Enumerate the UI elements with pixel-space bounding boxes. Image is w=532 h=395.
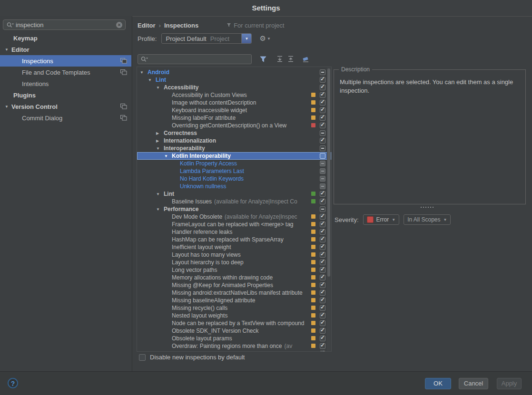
inspection-row-keyboard-inaccessible-widget[interactable]: Keyboard inaccessible widget	[137, 106, 331, 114]
disable-new-inspections-option[interactable]: Disable new inspections by default	[139, 354, 245, 361]
inspection-row-overdraw-painting-regions-more-than-once[interactable]: Overdraw: Painting regions more than onc…	[137, 342, 331, 350]
inspection-row-lambda-parameters-last[interactable]: Lambda Parameters Last	[137, 167, 331, 175]
inspection-checkbox-checked[interactable]	[320, 138, 325, 144]
inspection-row-long-vector-paths[interactable]: Long vector paths	[137, 266, 331, 274]
sidebar-item-keymap[interactable]: Keymap	[0, 32, 131, 44]
tree-toggle-icon[interactable]: ▼	[156, 86, 164, 90]
inspection-row-baseline-issues[interactable]: Baseline Issues(available for Analyze|In…	[137, 198, 331, 205]
sidebar-item-version-control[interactable]: ▼Version Control	[0, 101, 131, 112]
inspection-checkbox-partial[interactable]	[320, 69, 325, 75]
inspection-checkbox-checked[interactable]	[320, 275, 325, 280]
scope-combobox[interactable]: In All Scopes ▼	[404, 214, 451, 225]
cancel-button[interactable]: Cancel	[459, 378, 488, 389]
profile-actions[interactable]: ⚙ ▼	[259, 34, 270, 43]
expand-arrow-icon[interactable]: ▼	[5, 105, 11, 109]
inspection-row-layout-has-too-many-views[interactable]: Layout has too many views	[137, 251, 331, 259]
inspection-row-missing-recycle-calls[interactable]: Missing recycle() calls	[137, 304, 331, 312]
tree-toggle-icon[interactable]: ▼	[156, 192, 164, 196]
splitter-handle[interactable]	[421, 207, 435, 208]
profile-combobox[interactable]: Project Default Project ▼	[161, 33, 252, 44]
inspection-checkbox-checked[interactable]	[320, 320, 325, 326]
inspection-checkbox-checked[interactable]	[320, 77, 325, 83]
inspection-checkbox-filled[interactable]	[320, 161, 325, 166]
inspection-row-kotlin-interoperability[interactable]: ▼Kotlin Interoperability	[137, 152, 331, 160]
inspection-checkbox-checked[interactable]	[320, 92, 325, 98]
tree-toggle-icon[interactable]: ▼	[164, 154, 172, 158]
sidebar-item-editor[interactable]: ▼Editor	[0, 44, 131, 55]
tree-toggle-icon[interactable]: ▼	[156, 146, 164, 151]
inspection-checkbox-checked[interactable]	[320, 85, 325, 90]
inspection-checkbox-checked[interactable]	[320, 343, 325, 349]
sidebar-item-plugins[interactable]: Plugins	[0, 89, 131, 101]
inspection-checkbox-checked[interactable]	[320, 328, 325, 334]
inspection-row-obsolete-sdk-int-version-check[interactable]: Obsolete SDK_INT Version Check	[137, 327, 331, 335]
inspection-checkbox-checked[interactable]	[320, 282, 325, 288]
breadcrumb-editor[interactable]: Editor	[138, 22, 156, 29]
tree-toggle-icon[interactable]: ▼	[140, 70, 148, 75]
severity-combobox[interactable]: Error ▼	[363, 214, 400, 225]
inspection-checkbox-checked[interactable]	[320, 229, 325, 235]
inspection-checkbox-checked[interactable]	[320, 123, 325, 128]
inspection-checkbox-checked[interactable]	[320, 107, 325, 113]
inspection-checkbox-checked[interactable]	[320, 351, 325, 352]
inspection-checkbox-partial[interactable]	[320, 130, 325, 136]
inspection-checkbox-checked[interactable]	[320, 267, 325, 273]
inspection-row-nested-layout-weights[interactable]: Nested layout weights	[137, 312, 331, 319]
inspection-checkbox-checked[interactable]	[320, 298, 325, 303]
inspection-checkbox-checked[interactable]	[320, 237, 325, 242]
inspection-row-lint[interactable]: ▼Lint	[137, 190, 331, 198]
inspection-checkbox-checked[interactable]	[320, 313, 325, 318]
inspection-row-performance[interactable]: ▼Performance	[137, 205, 331, 213]
tree-toggle-icon[interactable]: ▼	[156, 207, 164, 212]
inspection-row-missing-labelfor-attribute[interactable]: Missing labelFor attribute	[137, 114, 331, 122]
gear-icon[interactable]: ⚙	[259, 34, 266, 43]
inspection-checkbox-checked[interactable]	[320, 199, 325, 204]
reset-filter-icon[interactable]	[302, 56, 310, 63]
inspection-checkbox-partial[interactable]	[320, 206, 325, 212]
ok-button[interactable]: OK	[425, 378, 451, 389]
tree-toggle-icon[interactable]: ▼	[148, 78, 156, 82]
inspection-row-handler-reference-leaks[interactable]: Handler reference leaks	[137, 228, 331, 236]
inspection-checkbox-checked[interactable]	[320, 290, 325, 296]
inspection-row-no-hard-kotlin-keywords[interactable]: No Hard Kotlin Keywords	[137, 175, 331, 183]
sidebar-item-commit-dialog[interactable]: Commit Dialog	[0, 112, 131, 124]
inspection-checkbox-checked[interactable]	[320, 336, 325, 341]
inspection-checkbox-checked[interactable]	[320, 115, 325, 121]
inspection-row-kotlin-property-access[interactable]: Kotlin Property Access	[137, 160, 331, 167]
sidebar-item-intentions[interactable]: Intentions	[0, 78, 131, 89]
collapse-all-icon[interactable]	[287, 56, 294, 62]
inspection-row-image-without-contentdescription[interactable]: Image without contentDescription	[137, 99, 331, 106]
inspection-row-obsolete-layout-params[interactable]: Obsolete layout params	[137, 335, 331, 342]
inspection-row-memory-allocations-within-drawing-code[interactable]: Memory allocations within drawing code	[137, 274, 331, 281]
inspection-checkbox-partial[interactable]	[320, 145, 325, 151]
inspection-row-dev-mode-obsolete[interactable]: Dev Mode Obsolete(available for Analyze|…	[137, 213, 331, 221]
settings-search-field[interactable]: ×	[3, 19, 126, 30]
scrollbar-thumb[interactable]	[327, 68, 330, 277]
inspection-row-framelayout-can-be-replaced-with-merge-tag[interactable]: FrameLayout can be replaced with <merge>…	[137, 221, 331, 228]
inspections-search-input[interactable]	[150, 55, 251, 63]
inspection-checkbox-checked[interactable]	[320, 214, 325, 220]
expand-arrow-icon[interactable]: ▼	[5, 48, 11, 52]
inspection-row-hashmap-can-be-replaced-with-sparsearray[interactable]: HashMap can be replaced with SparseArray	[137, 236, 331, 243]
inspection-checkbox-checked[interactable]	[320, 305, 325, 311]
inspection-row-unknown-nullness[interactable]: Unknown nullness	[137, 183, 331, 190]
inspection-checkbox-checked[interactable]	[320, 252, 325, 258]
inspection-checkbox-checked[interactable]	[320, 244, 325, 250]
clear-search-icon[interactable]: ×	[116, 22, 122, 28]
inspection-row-layout-hierarchy-is-too-deep[interactable]: Layout hierarchy is too deep	[137, 259, 331, 266]
settings-search-input[interactable]	[16, 21, 114, 29]
inspection-row-interoperability[interactable]: ▼Interoperability	[137, 145, 331, 152]
vertical-scrollbar[interactable]	[327, 67, 331, 351]
inspection-checkbox-checked[interactable]	[320, 260, 325, 265]
inspection-checkbox-checked[interactable]	[320, 191, 325, 197]
expand-all-icon[interactable]	[276, 56, 283, 62]
inspection-row-lint[interactable]: ▼Lint	[137, 76, 331, 84]
inspection-row-internationalization[interactable]: ▶Internationalization	[137, 137, 331, 145]
inspection-row-android[interactable]: ▼Android	[137, 68, 331, 76]
inspection-checkbox-checked[interactable]	[320, 222, 325, 227]
inspection-checkbox-filled[interactable]	[320, 183, 325, 189]
sidebar-item-inspections[interactable]: Inspections	[0, 55, 131, 67]
inspection-checkbox-filled[interactable]	[320, 168, 325, 174]
inspection-row-missing-keep-for-animated-properties[interactable]: Missing @Keep for Animated Properties	[137, 281, 331, 289]
tree-toggle-icon[interactable]: ▶	[156, 131, 164, 135]
